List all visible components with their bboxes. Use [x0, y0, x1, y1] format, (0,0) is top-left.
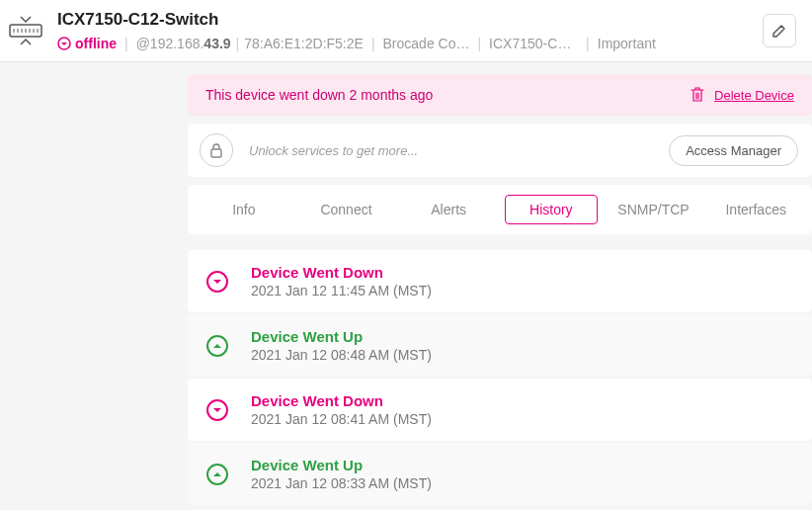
unlock-bar: Unlock services to get more... Access Ma…: [188, 124, 812, 177]
history-event-time: 2021 Jan 12 08:48 AM (MST): [251, 347, 432, 363]
offline-indicator-icon: [57, 37, 71, 50]
device-mac: 78:A6:E1:2D:F5:2E: [244, 36, 364, 51]
status-label: offline: [75, 36, 117, 51]
tab-interfaces[interactable]: Interfaces: [709, 195, 802, 224]
up-arrow-icon: [205, 463, 229, 486]
device-meta-row: offline | @192.168.43.9 | 78:A6:E1:2D:F5…: [57, 36, 763, 51]
history-event-time: 2021 Jan 12 11:45 AM (MST): [251, 283, 432, 298]
history-event-title: Device Went Down: [251, 264, 432, 281]
svg-rect-9: [211, 149, 221, 157]
access-manager-button[interactable]: Access Manager: [669, 135, 798, 166]
device-priority: Important: [598, 36, 656, 51]
history-row[interactable]: Device Went Up2021 Jan 12 08:48 AM (MST): [188, 314, 812, 377]
pencil-icon: [771, 23, 787, 39]
unlock-placeholder: Unlock services to get more...: [249, 143, 669, 158]
trash-icon[interactable]: [690, 87, 704, 103]
history-row[interactable]: Device Went Down2021 Jan 12 08:41 AM (MS…: [188, 379, 812, 441]
history-event-time: 2021 Jan 12 08:41 AM (MST): [251, 411, 432, 427]
device-title: ICX7150-C12-Switch: [57, 10, 763, 30]
device-type-icon: [8, 13, 43, 48]
alert-banner: This device went down 2 months ago Delet…: [188, 74, 812, 116]
up-arrow-icon: [205, 334, 229, 358]
lock-icon: [200, 133, 233, 167]
device-vendor: Brocade Co…: [383, 36, 470, 51]
history-event-title: Device Went Up: [251, 457, 432, 473]
tab-snmp-tcp[interactable]: SNMP/TCP: [608, 195, 700, 224]
device-header: ICX7150-C12-Switch offline | @192.168.43…: [0, 0, 812, 62]
history-event-title: Device Went Up: [251, 328, 432, 345]
tab-info[interactable]: Info: [198, 195, 290, 224]
down-arrow-icon: [205, 270, 229, 294]
tabs: InfoConnectAlertsHistorySNMP/TCPInterfac…: [188, 185, 812, 234]
history-row[interactable]: Device Went Down2021 Jan 12 11:45 AM (MS…: [188, 250, 812, 312]
edit-button[interactable]: [763, 14, 796, 47]
delete-device-link[interactable]: Delete Device: [714, 88, 794, 103]
tab-alerts[interactable]: Alerts: [402, 195, 495, 224]
banner-text: This device went down 2 months ago: [205, 87, 433, 103]
status-badge: offline: [57, 36, 117, 51]
history-list: Device Went Down2021 Jan 12 11:45 AM (MS…: [188, 250, 812, 505]
history-event-time: 2021 Jan 12 08:33 AM (MST): [251, 475, 432, 491]
device-ip: @192.168.43.9: [136, 36, 231, 51]
tab-history[interactable]: History: [505, 195, 598, 224]
history-row[interactable]: Device Went Up2021 Jan 12 08:33 AM (MST): [188, 443, 812, 505]
history-event-title: Device Went Down: [251, 392, 432, 409]
down-arrow-icon: [205, 398, 229, 422]
tab-connect[interactable]: Connect: [300, 195, 393, 224]
device-model: ICX7150-C1…: [489, 36, 578, 51]
